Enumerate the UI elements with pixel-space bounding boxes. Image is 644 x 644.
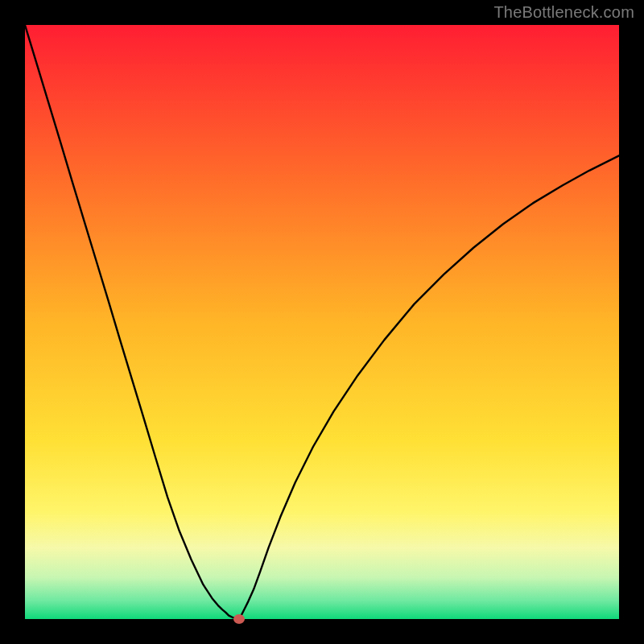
curve-left-branch: [25, 25, 239, 619]
minimum-marker: [233, 614, 245, 624]
curve-layer: [25, 25, 619, 619]
plot-area: [25, 25, 619, 619]
chart-frame: TheBottleneck.com: [0, 0, 644, 644]
watermark-text: TheBottleneck.com: [493, 3, 634, 22]
curve-right-branch: [239, 155, 619, 619]
